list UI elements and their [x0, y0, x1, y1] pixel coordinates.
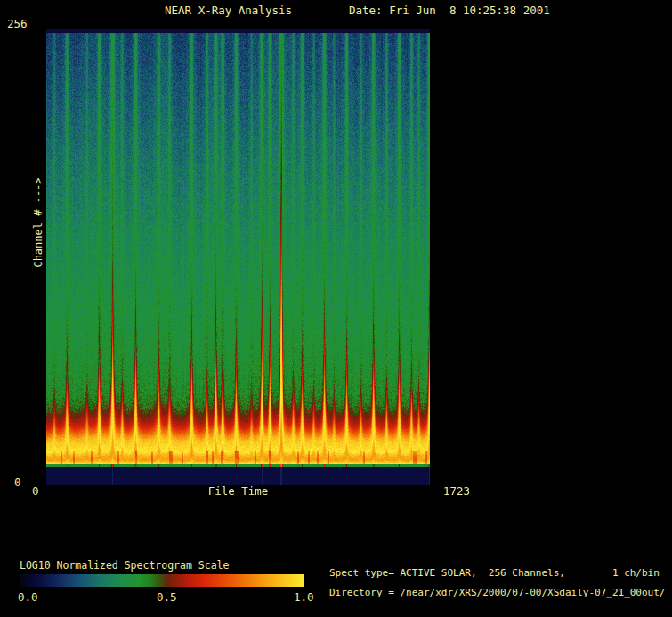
y-axis-title: Channel # --->: [33, 174, 45, 272]
y-axis-max-label: 256: [7, 18, 28, 30]
spect-type-info: Spect type= ACTIVE SOLAR, 256 Channels, …: [329, 568, 660, 579]
colorbar-tick-max: 1.0: [294, 591, 314, 604]
x-axis-max-label: 1723: [443, 485, 470, 498]
colorbar-tick-mid: 0.5: [157, 591, 177, 604]
xray-analysis-window: NEAR X-Ray Analysis Date: Fri Jun 8 10:2…: [0, 0, 672, 617]
colorbar-gradient: [20, 574, 304, 587]
colorbar-title: LOG10 Normalized Spectrogram Scale: [20, 560, 229, 572]
directory-info: Directory = /near/xdr/XRS/2000/07-00/XSd…: [329, 588, 666, 598]
spectrogram-heatmap: [46, 29, 430, 485]
date-label: Date: Fri Jun 8 10:25:38 2001: [349, 4, 550, 17]
x-axis-min-label: 0: [32, 485, 39, 498]
colorbar-tick-min: 0.0: [18, 591, 38, 604]
x-axis-title: File Time: [46, 485, 430, 498]
page-title: NEAR X-Ray Analysis: [165, 4, 292, 17]
y-axis-min-label: 0: [14, 476, 21, 489]
